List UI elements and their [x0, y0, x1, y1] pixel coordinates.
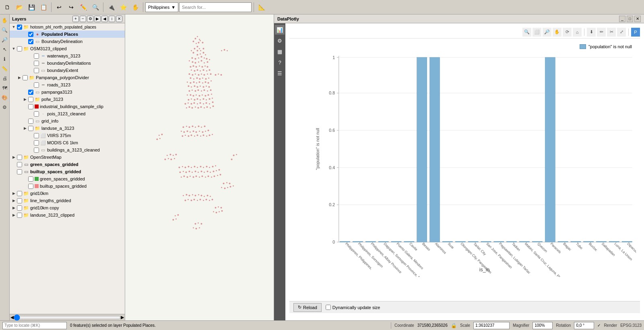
dp-edit-btn[interactable]: ✏ [597, 28, 606, 37]
dp-minimize-btn[interactable]: _ [619, 16, 625, 22]
locate-input[interactable] [2, 322, 67, 329]
layer-item-osm[interactable]: ▶ 📁 OpenStreetMap [10, 154, 125, 161]
layer-item-osm3123[interactable]: ▼ 📁 OSM3123_clipped [10, 45, 125, 52]
cb-gridinfo[interactable] [28, 119, 33, 124]
layer-item-bdext[interactable]: ▭ boundaryExtent [10, 67, 125, 74]
compose-btn[interactable]: 📐 [256, 2, 267, 13]
cb-bdext[interactable] [34, 68, 39, 73]
identify-btn[interactable]: 🔍 [90, 2, 101, 13]
dp-reset-btn[interactable]: ⟳ [563, 28, 572, 37]
layer-item-grid10km-copy[interactable]: ▶ 📁 grid10km copy [10, 204, 125, 211]
cb-waterways[interactable] [34, 53, 39, 59]
sort-btn[interactable]: ↕ [109, 16, 115, 22]
cb-hotosm[interactable] [17, 25, 22, 30]
dp-scissors-btn[interactable]: ✂ [607, 28, 616, 37]
cb-builtup-spaces[interactable] [17, 169, 22, 174]
measure-btn[interactable]: 📏 [0, 64, 9, 73]
layer-item-builtup-spaces2[interactable]: builtup_spaces_gridded [10, 182, 125, 190]
cb-grid10km[interactable] [17, 191, 22, 196]
settings-btn[interactable]: ⚙ [0, 103, 9, 112]
expand-all-btn[interactable]: ▶ [94, 16, 101, 22]
cb-bdlim[interactable] [34, 61, 39, 66]
layer-item-pampanga3123[interactable]: ▭ pampanga3123 [10, 88, 125, 96]
dp-zoom-in-btn[interactable]: 🔍 [522, 28, 531, 37]
dp-expand-btn[interactable]: ⤢ [617, 28, 626, 37]
magnifier-input[interactable] [533, 322, 553, 329]
layer-item-pampanga-poly[interactable]: ▶ 📁 Pampanga_polygonDivider [10, 74, 125, 81]
dp-zoom-out-btn[interactable]: 🔎 [543, 28, 551, 37]
dp-filter-btn[interactable]: ⚙ [275, 36, 285, 45]
scale-input[interactable] [473, 322, 510, 329]
layer-item-bdlim[interactable]: ━ boundaryDelimitations [10, 59, 125, 67]
layer-item-line-lengths[interactable]: ▶ 📁 line_lengths_gridded [10, 197, 125, 204]
pan-map-btn[interactable]: ✋ [0, 16, 9, 25]
cb-pampanga-poly[interactable] [23, 75, 28, 80]
pan-btn[interactable]: ✋ [130, 2, 141, 13]
layer-item-gridinfo[interactable]: ▭ grid_info [10, 117, 125, 125]
collapse-all-btn[interactable]: ◀ [101, 16, 108, 22]
layer-item-modis[interactable]: ⬜ MODIS C6 1km [10, 139, 125, 146]
filter-layer-btn[interactable]: ⚙ [87, 16, 93, 22]
dp-download-btn[interactable]: ⬇ [587, 28, 596, 37]
cb-populated-places[interactable] [28, 32, 33, 37]
close-layers-btn[interactable]: ✕ [116, 16, 122, 22]
cb-roads[interactable] [34, 82, 39, 88]
rotation-input[interactable] [574, 322, 594, 329]
layer-btn[interactable]: 🗺 [0, 84, 9, 92]
cb-green-spaces2[interactable] [28, 176, 33, 182]
remove-layer-btn[interactable]: − [80, 16, 86, 22]
layer-item-green-spaces[interactable]: ▭ green_spaces_gridded [10, 161, 125, 168]
cb-builtup-spaces2[interactable] [28, 184, 33, 189]
cb-green-spaces[interactable] [17, 162, 22, 167]
layer-item-pois[interactable]: · pois_3123_cleaned [10, 110, 125, 117]
dp-pan-btn[interactable]: ✋ [553, 28, 561, 37]
cb-modis[interactable] [34, 140, 39, 146]
country-dropdown[interactable]: Philippines ▼ [145, 2, 178, 12]
zoom-out-btn[interactable]: 🔎 [0, 35, 9, 44]
select-btn[interactable]: ↖ [0, 45, 9, 54]
bookmark-btn[interactable]: ⭐ [118, 2, 129, 13]
layer-item-roads[interactable]: ━ roads_3123 [10, 81, 125, 88]
scroll-right-btn[interactable]: ▶ [121, 315, 124, 320]
dynamic-update-cb[interactable] [326, 305, 331, 310]
print-btn[interactable]: 🖨 [0, 74, 9, 83]
dp-list-btn[interactable]: ☰ [275, 68, 285, 78]
new-project-btn[interactable]: 🗋 [2, 2, 13, 13]
plugin-btn[interactable]: 🔌 [105, 2, 117, 13]
cb-pofw[interactable] [28, 97, 33, 102]
layer-item-pofw[interactable]: ▶ 📁 pofw_3123 [10, 96, 125, 103]
cb-buildings-a[interactable] [34, 148, 39, 153]
layer-item-hotosm[interactable]: ▼ 📁 hotosm_phl_north_populated_places [10, 23, 125, 31]
dp-maximize-btn[interactable]: □ [627, 16, 633, 22]
scroll-left-btn[interactable]: ◀ [10, 315, 14, 320]
search-input[interactable] [179, 2, 252, 12]
layer-item-builtup-spaces[interactable]: ▭ builtup_spaces_gridded [10, 168, 125, 175]
cb-osm[interactable] [17, 155, 22, 160]
layer-item-grid10km[interactable]: ▶ 📁 grid10km [10, 190, 125, 197]
undo-btn[interactable]: ↩ [54, 2, 65, 13]
zoom-in-btn[interactable]: 🔍 [0, 26, 9, 35]
digitize-btn[interactable]: ✏️ [78, 2, 89, 13]
dp-home-btn[interactable]: ⌂ [573, 28, 582, 37]
layer-item-green-spaces2[interactable]: green_spaces_gridded [10, 175, 125, 182]
cb-pampanga3123[interactable] [28, 90, 33, 95]
layer-item-populated-places[interactable]: ● Populated Places [10, 31, 125, 38]
layer-item-viirs[interactable]: ⬜ VIIRS 375m [10, 132, 125, 139]
dp-plotly-btn[interactable]: P [631, 28, 640, 37]
redo-btn[interactable]: ↪ [66, 2, 77, 13]
add-layer-btn[interactable]: + [72, 16, 79, 22]
layer-item-industrial[interactable]: industrial_buildings_sample_clip [10, 103, 125, 110]
layer-item-landuse[interactable]: ▶ 📁 landuse_a_3123 [10, 125, 125, 132]
cb-boundary-del[interactable] [28, 39, 33, 44]
cb-landuse2[interactable] [17, 213, 22, 218]
cb-landuse[interactable] [28, 126, 33, 131]
dp-chart-btn[interactable]: 📊 [275, 25, 285, 35]
cb-line-lengths[interactable] [17, 198, 22, 203]
layer-item-boundary-del[interactable]: ▭ BoundaryDelineation [10, 38, 125, 45]
open-project-btn[interactable]: 📂 [14, 2, 25, 13]
dp-zoom-rect-btn[interactable]: ⬜ [533, 28, 541, 37]
dp-help-btn[interactable]: ? [275, 57, 285, 67]
reload-btn[interactable]: ↻ Reload [293, 303, 322, 312]
dp-close-btn[interactable]: ✕ [634, 16, 641, 22]
layer-item-landuse2[interactable]: ▶ 📁 landuse_3123_clipped [10, 211, 125, 219]
